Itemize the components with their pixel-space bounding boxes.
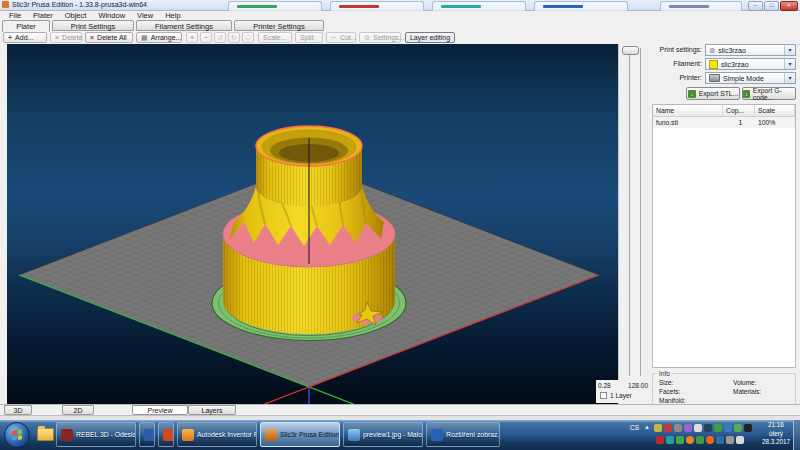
tab-filament-settings[interactable]: Filament Settings <box>136 20 232 31</box>
selection-button[interactable]: □ <box>242 32 254 43</box>
tray-icon[interactable] <box>734 424 742 432</box>
view-tab-layers[interactable]: Layers <box>188 405 236 415</box>
app-icon <box>348 429 360 441</box>
settings-button[interactable]: ⚙ Settings... <box>359 32 401 43</box>
menu-plater[interactable]: Plater <box>28 11 58 20</box>
tray-icon[interactable] <box>704 424 712 432</box>
tray-icon[interactable] <box>674 424 682 432</box>
taskbar: REBEL 3D - Odeslat o... Autodesk Invento… <box>0 420 800 450</box>
view-tab-2d[interactable]: 2D <box>62 405 94 415</box>
taskbar-button-paint[interactable]: preview1.jpg - Malov... <box>343 422 423 447</box>
slider-handle[interactable] <box>622 46 639 55</box>
slider-track-low[interactable] <box>629 48 630 376</box>
filament-select[interactable]: slic3rzao ▾ <box>705 58 796 70</box>
rotate-ccw-button[interactable]: ↺ <box>214 32 226 43</box>
tray-icon[interactable] <box>696 436 704 444</box>
add-button[interactable]: + Add... <box>3 32 47 43</box>
tray-icon[interactable] <box>676 436 684 444</box>
maximize-button[interactable]: □ <box>764 1 779 11</box>
view-tab-3d[interactable]: 3D <box>4 405 32 415</box>
menu-help[interactable]: Help <box>160 11 185 20</box>
app-icon <box>61 429 73 441</box>
tray-icon[interactable] <box>726 436 734 444</box>
more-copies-button[interactable]: + <box>186 32 198 43</box>
tray-icon[interactable] <box>686 436 694 444</box>
clock-time: 21:16 <box>756 421 796 430</box>
layer-slider <box>618 44 651 404</box>
gear-icon: ⚙ <box>364 34 370 41</box>
close-button[interactable]: × <box>780 1 798 11</box>
tray-icon[interactable] <box>714 424 722 432</box>
printer-select[interactable]: Simple Mode ▾ <box>705 72 796 84</box>
one-layer-checkbox[interactable] <box>600 392 607 399</box>
taskbar-clock[interactable]: 21:16 úterý 28.3.2017 <box>756 421 796 447</box>
language-indicator[interactable]: CS <box>630 424 639 431</box>
info-size-label: Size: <box>659 379 673 386</box>
slider-track-high[interactable] <box>640 48 641 376</box>
tray-icon[interactable] <box>694 424 702 432</box>
rotate-cw-button[interactable]: ↻ <box>228 32 240 43</box>
tab-plater[interactable]: Plater <box>2 20 50 32</box>
delete-all-button[interactable]: × Delete All <box>85 32 133 43</box>
background-window-tab[interactable] <box>534 1 628 11</box>
tray-icon[interactable] <box>724 424 732 432</box>
clock-day: úterý <box>756 430 796 439</box>
tray-icon[interactable] <box>656 436 664 444</box>
tray-icon[interactable] <box>664 424 672 432</box>
menu-object[interactable]: Object <box>60 11 92 20</box>
tray-icon[interactable] <box>716 436 724 444</box>
menu-view[interactable]: View <box>132 11 158 20</box>
background-window-tab[interactable] <box>432 1 526 11</box>
printer-icon <box>709 74 720 82</box>
background-window-tab[interactable] <box>330 1 424 11</box>
menu-file[interactable]: File <box>4 11 26 20</box>
one-layer-option[interactable]: 1 Layer <box>600 392 632 399</box>
tray-icon[interactable] <box>654 424 662 432</box>
tray-icon[interactable] <box>706 436 714 444</box>
background-window-tab[interactable] <box>660 1 742 11</box>
tab-printer-settings[interactable]: Printer Settings <box>234 20 324 31</box>
tray-icon[interactable] <box>736 436 744 444</box>
tray-expand-icon[interactable]: ▲ <box>644 424 650 430</box>
rotate-cw-icon: ↻ <box>231 34 237 41</box>
tray-icon[interactable] <box>684 424 692 432</box>
taskbar-button-display[interactable]: Rozšíření zobraz... <box>426 422 500 447</box>
arrange-button[interactable]: ▦ Arrange... <box>136 32 182 43</box>
fewer-copies-button[interactable]: − <box>200 32 212 43</box>
taskbar-button-inventor[interactable]: Autodesk Inventor Pr... <box>177 422 257 447</box>
split-button[interactable]: Split <box>295 32 323 43</box>
start-button[interactable] <box>4 422 30 448</box>
tray-icon[interactable] <box>744 424 752 432</box>
delete-button[interactable]: × Delete <box>50 32 82 43</box>
layer-editing-button[interactable]: Layer editing <box>405 32 455 43</box>
scene-3d <box>7 44 618 404</box>
show-desktop-button[interactable] <box>793 420 800 450</box>
tab-print-settings[interactable]: Print Settings <box>52 20 134 31</box>
print-settings-select[interactable]: ⚙ slic3rzao ▾ <box>705 44 796 56</box>
background-window-tab[interactable] <box>228 1 322 11</box>
windows-flag-icon <box>12 429 22 440</box>
taskbar-button-slic3r[interactable]: Slic3r Prusa Edition - ... <box>260 422 340 447</box>
info-materials-label: Materials: <box>733 388 761 395</box>
info-volume-label: Volume: <box>733 379 757 386</box>
taskbar-button-rebel3d[interactable]: REBEL 3D - Odeslat o... <box>56 422 136 447</box>
column-name[interactable]: Name <box>653 105 723 116</box>
system-tray: CS ▲ <box>644 421 756 449</box>
export-gcode-button[interactable]: ↓ Export G-code... <box>742 87 796 100</box>
taskbar-button-app2[interactable] <box>158 422 174 447</box>
viewport-canvas[interactable] <box>7 44 618 404</box>
minimize-button[interactable]: – <box>748 1 763 11</box>
tray-icon[interactable] <box>666 436 674 444</box>
view-tab-preview[interactable]: Preview <box>132 405 188 415</box>
cut-button[interactable]: ✂ Cut... <box>326 32 356 43</box>
taskbar-button-app1[interactable] <box>139 422 155 447</box>
export-stl-button[interactable]: ↓ Export STL... <box>686 87 740 100</box>
column-scale[interactable]: Scale <box>755 105 795 116</box>
column-copies[interactable]: Cop... <box>723 105 755 116</box>
scale-button[interactable]: Scale... <box>258 32 292 43</box>
menu-window[interactable]: Window <box>93 11 130 20</box>
filament-color-swatch <box>709 60 718 69</box>
filament-label: Filament: <box>650 58 702 70</box>
explorer-folder-icon[interactable] <box>37 428 54 441</box>
table-row[interactable]: funo.stl 1 100% <box>653 117 795 128</box>
